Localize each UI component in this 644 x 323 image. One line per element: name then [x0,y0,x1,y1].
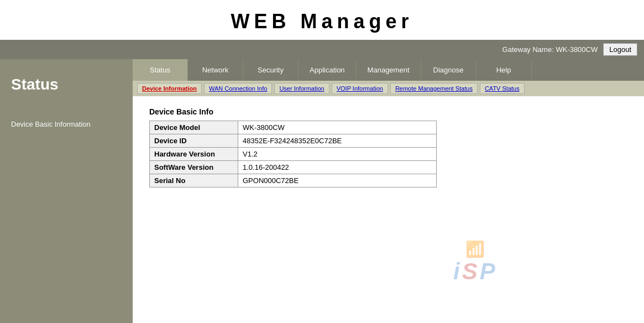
sidebar-status-label: Status [0,59,133,110]
page-content: 📶 iSP Device Basic Info Device ModelWK-3… [133,96,644,199]
sub-nav-item-5[interactable]: CATV Status [480,83,525,94]
row-value: 1.0.16-200422 [238,161,437,174]
nav-tab-network[interactable]: Network [188,59,243,81]
sub-nav: Device InformationWAN Connection InfoUse… [133,81,644,96]
gateway-name-label: Gateway Name: WK-3800CW [502,45,598,54]
nav-tab-security[interactable]: Security [243,59,299,81]
table-row: Hardware VersionV1.2 [150,148,437,161]
row-label: Device Model [150,121,238,134]
page-header: WEB Manager [0,0,644,40]
device-info-table: Device ModelWK-3800CWDevice ID48352E-F32… [149,121,437,187]
sub-nav-item-2[interactable]: User Information [274,83,329,94]
table-row: SoftWare Version1.0.16-200422 [150,161,437,174]
nav-tab-application[interactable]: Application [299,59,357,81]
row-label: Device ID [150,134,238,148]
table-row: Device ModelWK-3800CW [150,121,437,134]
table-row: Device ID48352E-F324248352E0C72BE [150,134,437,148]
page-title: WEB Manager [0,10,644,33]
row-value: V1.2 [238,148,437,161]
nav-tab-diagnose[interactable]: Diagnose [421,59,477,81]
sub-nav-item-0[interactable]: Device Information [137,83,202,94]
sidebar: Status Device Basic Information [0,59,133,323]
sub-nav-item-4[interactable]: Remote Management Status [390,83,478,94]
nav-tab-management[interactable]: Management [357,59,421,81]
nav-tabs: StatusNetworkSecurityApplicationManageme… [133,59,644,81]
row-label: Hardware Version [150,148,238,161]
top-bar: Gateway Name: WK-3800CW Logout [0,40,644,59]
logout-button[interactable]: Logout [603,43,637,56]
sidebar-item-device-basic-info[interactable]: Device Basic Information [0,116,133,133]
row-label: Serial No [150,174,238,187]
row-value: GPON000C72BE [238,174,437,187]
nav-tab-status[interactable]: Status [133,59,188,81]
row-value: 48352E-F324248352E0C72BE [238,134,437,148]
row-label: SoftWare Version [150,161,238,174]
section-title: Device Basic Info [149,107,627,116]
nav-tab-help[interactable]: Help [477,59,532,81]
watermark: 📶 iSP [453,240,498,285]
row-value: WK-3800CW [238,121,437,134]
table-row: Serial NoGPON000C72BE [150,174,437,187]
sub-nav-item-3[interactable]: VOIP Information [332,83,388,94]
sub-nav-item-1[interactable]: WAN Connection Info [204,83,272,94]
